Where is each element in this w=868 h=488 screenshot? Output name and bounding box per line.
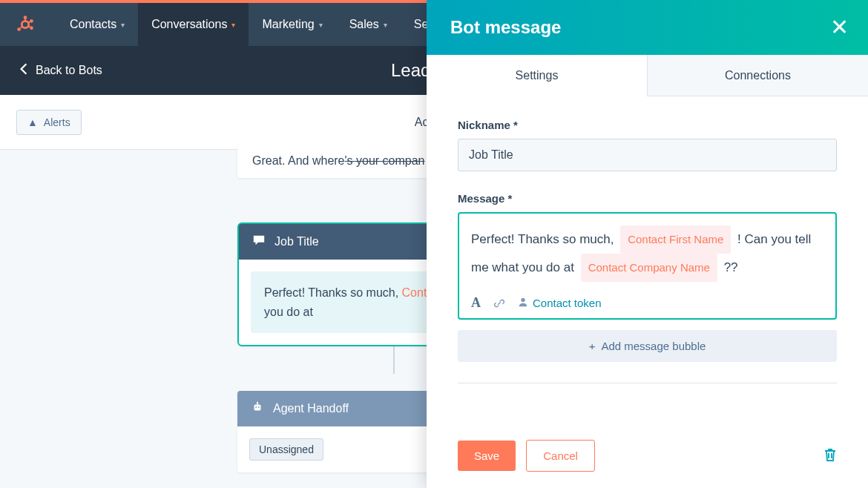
close-icon[interactable]: ✕ [830, 16, 849, 39]
nav-sales[interactable]: Sales▾ [336, 3, 401, 46]
svg-rect-9 [254, 405, 261, 411]
panel-footer: Save Cancel [427, 423, 868, 488]
hubspot-logo-icon[interactable] [15, 14, 36, 35]
chevron-down-icon: ▾ [319, 21, 323, 29]
svg-point-11 [255, 406, 257, 408]
chevron-down-icon: ▾ [384, 21, 387, 29]
editor-toolbar: A Contact token [471, 291, 823, 311]
plus-icon: + [589, 340, 596, 352]
nickname-label: Nickname * [458, 119, 837, 131]
card-title: Job Title [274, 235, 319, 248]
person-icon [518, 297, 528, 309]
panel-title: Bot message [450, 17, 561, 38]
agent-icon [251, 400, 264, 417]
message-group: Message * Perfect! Thanks so much, Conta… [458, 192, 837, 362]
chat-bubble-icon [252, 234, 266, 250]
svg-point-0 [22, 21, 28, 27]
svg-point-4 [17, 27, 21, 31]
editor-content[interactable]: Perfect! Thanks so much, Contact First N… [471, 225, 823, 282]
tab-settings[interactable]: Settings [427, 55, 648, 96]
format-text-icon[interactable]: A [471, 295, 481, 311]
nav-label: Sales [349, 18, 379, 31]
token-first-name[interactable]: Contact First Name [620, 225, 731, 254]
svg-rect-10 [257, 402, 258, 405]
contact-token-button[interactable]: Contact token [518, 297, 602, 309]
assignment-tag: Unassigned [249, 438, 323, 461]
card-title: Agent Handoff [273, 402, 349, 415]
divider [458, 383, 837, 383]
back-link[interactable]: Back to Bots [19, 62, 102, 79]
token-company-name[interactable]: Contact Company Name [581, 254, 717, 282]
tab-connections[interactable]: Connections [648, 55, 868, 96]
trash-icon[interactable] [823, 447, 837, 465]
nickname-group: Nickname * [458, 119, 837, 171]
chevron-left-icon [19, 62, 28, 79]
add-bubble-label: Add message bubble [601, 340, 706, 352]
cancel-button[interactable]: Cancel [526, 440, 595, 472]
nav-label: Contacts [70, 18, 116, 31]
nickname-input[interactable] [458, 139, 837, 171]
message-label: Message * [458, 192, 837, 205]
chevron-down-icon: ▾ [231, 21, 235, 29]
svg-point-1 [24, 16, 27, 19]
svg-point-13 [521, 298, 525, 302]
add-message-bubble-button[interactable]: + Add message bubble [458, 330, 837, 362]
warning-icon: ▲ [27, 116, 38, 128]
nav-contacts[interactable]: Contacts▾ [56, 3, 138, 46]
save-button[interactable]: Save [458, 441, 516, 471]
panel-header: Bot message ✕ [427, 0, 868, 55]
back-label: Back to Bots [36, 64, 102, 77]
nav-marketing[interactable]: Marketing▾ [249, 3, 335, 46]
chevron-down-icon: ▾ [121, 21, 125, 29]
nav-label: Marketing [262, 18, 314, 31]
svg-point-12 [258, 406, 260, 408]
panel-tabs: Settings Connections [427, 55, 868, 96]
message-editor[interactable]: Perfect! Thanks so much, Contact First N… [458, 212, 837, 320]
nav-label: Conversations [151, 18, 227, 31]
nav-conversations[interactable]: Conversations▾ [138, 3, 249, 46]
alerts-label: Alerts [44, 116, 70, 128]
contact-token-label: Contact token [533, 297, 602, 309]
link-icon[interactable] [494, 298, 504, 309]
alerts-button[interactable]: ▲ Alerts [16, 110, 82, 135]
bot-message-panel: Bot message ✕ Settings Connections Nickn… [427, 0, 868, 488]
panel-body: Nickname * Message * Perfect! Thanks so … [427, 96, 868, 423]
